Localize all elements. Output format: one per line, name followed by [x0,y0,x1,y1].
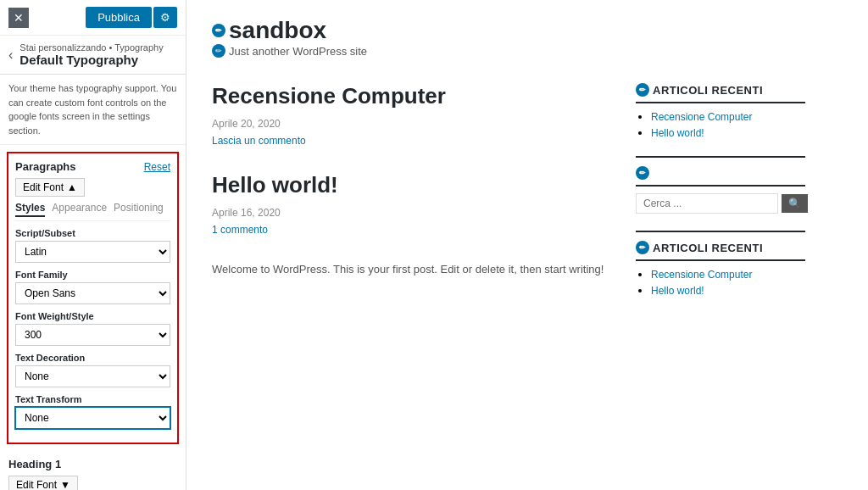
recent-post-link[interactable]: Recensione Computer [651,111,752,123]
nav-title: Default Typography [19,53,163,67]
search-widget-title: ✏ [636,166,805,187]
site-title: ✏ sandbox [212,17,805,44]
post-link-1: Lascia un commento [212,135,610,147]
site-title-area: ✏ sandbox ✏ Just another WordPress site [212,17,805,58]
search-button[interactable]: 🔍 [782,194,808,213]
post-title-1: Recensione Computer [212,83,610,109]
back-arrow-icon[interactable]: ‹ [8,47,13,63]
preview-area: ✏ sandbox ✏ Just another WordPress site … [186,0,831,331]
text-transform-group: Text Transform None Uppercase Lowercase … [15,394,170,429]
script-subset-select[interactable]: Latin Latin Extended Cyrillic Greek [15,241,170,263]
breadcrumb: Stai personalizzando • Typography [19,42,163,53]
sidebar-header: ✕ Pubblica ⚙ ‹ Stai personalizzando • Ty… [0,0,186,75]
paragraphs-title: Paragraphs [15,160,76,173]
recent-posts-widget-2: ✏ ARTICOLI RECENTI Recensione Computer H… [636,241,805,297]
text-decoration-group: Text Decoration None Underline Overline … [15,353,170,387]
tab-positioning[interactable]: Positioning [114,202,164,217]
divider-1 [636,156,805,158]
font-family-select[interactable]: Open Sans Roboto Lato Montserrat [15,282,170,304]
main-content: ✏ sandbox ✏ Just another WordPress site … [186,0,868,490]
recent-posts-title-text-1: ARTICOLI RECENTI [653,84,763,97]
site-subtitle: ✏ Just another WordPress site [212,44,805,58]
recent-posts-list-1: Recensione Computer Hello world! [636,110,805,139]
top-bar: ✕ Pubblica ⚙ [0,0,186,36]
list-item: Hello world! [651,126,805,139]
divider-2 [636,231,805,232]
heading1-edit-font-button[interactable]: Edit Font ▼ [8,476,78,490]
list-item: Recensione Computer [651,110,805,123]
text-transform-select[interactable]: None Uppercase Lowercase Capitalize [15,407,170,429]
post-excerpt-2: Welcome to WordPress. This is your first… [212,261,610,279]
recent-posts-title-1: ✏ ARTICOLI RECENTI [636,83,805,103]
recent-post-link[interactable]: Hello world! [651,127,704,139]
nav-row: ‹ Stai personalizzando • Typography Defa… [0,36,186,74]
search-input[interactable] [636,193,778,214]
paragraphs-header: Paragraphs Reset [15,160,170,173]
sidebar: ✕ Pubblica ⚙ ‹ Stai personalizzando • Ty… [0,0,186,490]
site-title-pencil-icon: ✏ [212,24,225,37]
font-weight-group: Font Weight/Style 100 200 300 400 500 [15,311,170,346]
site-subtitle-text: Just another WordPress site [229,45,367,58]
text-decoration-select[interactable]: None Underline Overline Line-through [15,365,170,387]
recent-posts-title-2: ✏ ARTICOLI RECENTI [636,241,805,261]
recent-post-link-2b[interactable]: Hello world! [651,285,704,297]
font-weight-label: Font Weight/Style [15,311,170,321]
script-subset-group: Script/Subset Latin Latin Extended Cyril… [15,228,170,263]
tabs-row: Styles Appearance Positioning [15,202,170,221]
search-pencil-icon: ✏ [636,166,649,180]
search-widget: ✏ 🔍 [636,166,805,214]
list-item: Recensione Computer [651,268,805,281]
site-title-text: sandbox [229,17,326,44]
post-link-2: 1 commento [212,224,610,236]
text-transform-label: Text Transform [15,394,170,404]
gear-button[interactable]: ⚙ [153,7,177,28]
edit-font-label: Edit Font [23,181,64,193]
description-text: Your theme has typography support. You c… [0,75,186,145]
font-family-label: Font Family [15,270,170,280]
nav-info: Stai personalizzando • Typography Defaul… [19,42,163,67]
post-title-2: Hello world! [212,172,610,198]
heading1-title: Heading 1 [8,458,177,471]
heading1-edit-font-arrow-icon: ▼ [60,479,70,490]
search-input-row: 🔍 [636,193,805,214]
content-layout: Recensione Computer Aprile 20, 2020 Lasc… [212,83,805,314]
list-item: Hello world! [651,284,805,297]
heading1-section: Heading 1 Edit Font ▼ [0,451,186,490]
heading1-edit-font-label: Edit Font [16,479,57,490]
widget-pencil-icon-2: ✏ [636,241,649,254]
edit-font-arrow-icon: ▲ [67,181,77,193]
paragraphs-section: Paragraphs Reset Edit Font ▲ Styles Appe… [7,152,179,444]
recent-posts-title-text-2: ARTICOLI RECENTI [653,242,763,254]
site-subtitle-pencil-icon: ✏ [212,44,225,58]
main-posts: Recensione Computer Aprile 20, 2020 Lasc… [212,83,610,314]
recent-posts-list-2: Recensione Computer Hello world! [636,268,805,297]
edit-font-button[interactable]: Edit Font ▲ [15,178,85,197]
widget-pencil-icon-1: ✏ [636,83,649,97]
close-button[interactable]: ✕ [8,8,29,28]
recent-post-link-2[interactable]: Recensione Computer [651,269,752,281]
tab-styles[interactable]: Styles [15,202,45,217]
recent-posts-widget-1: ✏ ARTICOLI RECENTI Recensione Computer H… [636,83,805,139]
sidebar-widgets: ✏ ARTICOLI RECENTI Recensione Computer H… [636,83,805,314]
font-weight-select[interactable]: 100 200 300 400 500 [15,324,170,346]
text-decoration-label: Text Decoration [15,353,170,363]
publish-area: Pubblica ⚙ [86,7,177,28]
publish-button[interactable]: Pubblica [86,7,152,28]
script-subset-label: Script/Subset [15,228,170,238]
reset-button[interactable]: Reset [144,161,170,173]
font-family-group: Font Family Open Sans Roboto Lato Montse… [15,270,170,304]
post-meta-2: Aprile 16, 2020 [212,207,610,219]
top-bar-left: ✕ [8,8,29,28]
tab-appearance[interactable]: Appearance [52,202,107,217]
post-meta-1: Aprile 20, 2020 [212,118,610,130]
